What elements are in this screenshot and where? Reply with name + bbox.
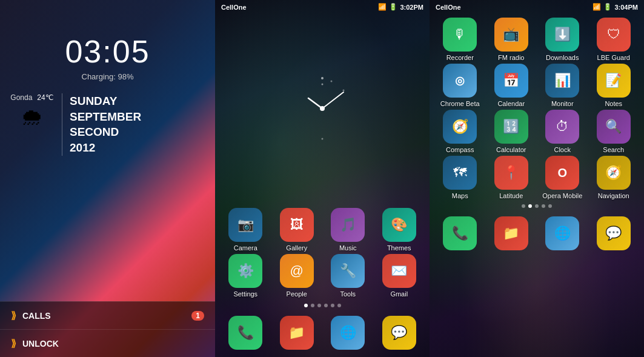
files-icon: 📁: [288, 325, 305, 341]
app-recorder[interactable]: 🎙 Recorder: [437, 18, 483, 61]
drawer-row3: 🧭 Compass 🔢 Calculator ⏱ Clock 🔍 Search: [430, 108, 644, 155]
compass-label: Compass: [446, 146, 474, 153]
app-settings[interactable]: ⚙️ Settings: [222, 254, 269, 298]
maps-icon: 🗺: [453, 165, 466, 181]
compass-icon: 🧭: [452, 119, 468, 135]
dot-5: [331, 304, 334, 307]
dot-2: [311, 304, 314, 307]
svg-line-5: [308, 98, 322, 108]
drawer-dock-messages[interactable]: 💬: [591, 216, 637, 250]
svg-point-3: [343, 90, 345, 92]
app-notes[interactable]: 📝 Notes: [591, 64, 637, 107]
drawer-dot-5: [548, 204, 552, 208]
app-clock[interactable]: ⏱ Clock: [539, 110, 586, 153]
lock-charging: Charging: 98%: [0, 72, 215, 81]
drawer-files-icon: 📁: [503, 225, 519, 241]
dock-files[interactable]: 📁: [274, 316, 320, 350]
gmail-icon: ✉️: [391, 263, 407, 279]
dot-4: [324, 304, 328, 307]
svg-point-1: [322, 84, 324, 85]
app-search[interactable]: 🔍 Search: [591, 110, 637, 153]
drawer-carrier: CellOne: [436, 4, 461, 11]
notes-label: Notes: [605, 100, 622, 107]
app-maps[interactable]: 🗺 Maps: [437, 156, 483, 199]
home-apps-row2: ⚙️ Settings @ People 🔧 Tools ✉️ Gmail: [215, 252, 430, 300]
lock-city: Gonda: [10, 93, 32, 102]
drawer-dock-files[interactable]: 📁: [488, 216, 535, 250]
latitude-icon: 📍: [503, 165, 519, 181]
app-tools[interactable]: 🔧 Tools: [325, 254, 371, 298]
downloads-label: Downloads: [546, 54, 579, 61]
tools-icon: 🔧: [340, 263, 356, 279]
lock-date-year: 2012: [70, 140, 141, 156]
music-icon: 🎵: [340, 217, 356, 233]
app-monitor[interactable]: 📊 Monitor: [539, 64, 586, 107]
app-people[interactable]: @ People: [274, 254, 320, 298]
music-label: Music: [339, 244, 357, 252]
clock-widget: [215, 14, 430, 203]
drawer-time: 3:04PM: [614, 4, 638, 11]
svg-point-0: [321, 77, 324, 79]
app-fmradio[interactable]: 📺 FM radio: [488, 18, 535, 61]
drawer-dock-phone[interactable]: 📞: [437, 216, 483, 250]
app-music[interactable]: 🎵 Music: [325, 208, 371, 252]
svg-line-6: [322, 92, 344, 108]
drawer-phone-icon: 📞: [452, 225, 468, 241]
dock-messages[interactable]: 💬: [376, 316, 423, 350]
app-chrome-beta[interactable]: ◎ Chrome Beta: [437, 64, 483, 107]
drawer-status-bar: CellOne 📶 🔋 3:04PM: [430, 0, 644, 14]
calls-label: CALLS: [22, 311, 51, 321]
drawer-row2: ◎ Chrome Beta 📅 Calendar 📊 Monitor 📝 Not…: [430, 62, 644, 108]
navigation-label: Navigation: [598, 192, 629, 199]
drawer-row4: 🗺 Maps 📍 Latitude O Opera Mobile 🧭 Navig…: [430, 155, 644, 201]
app-compass[interactable]: 🧭 Compass: [437, 110, 483, 153]
home-carrier: CellOne: [221, 4, 247, 11]
dock-browser[interactable]: 🌐: [325, 316, 371, 350]
app-opera[interactable]: O Opera Mobile: [539, 156, 586, 199]
home-screen: CellOne 📶 🔋 3:02PM 📷 Camera: [215, 0, 430, 357]
app-navigation[interactable]: 🧭 Navigation: [591, 156, 637, 199]
calculator-label: Calculator: [496, 146, 526, 153]
drawer-globe-icon: 🌐: [554, 225, 571, 241]
fmradio-label: FM radio: [498, 54, 524, 61]
lock-calls-button[interactable]: ⟫ CALLS 1: [0, 301, 215, 329]
maps-label: Maps: [452, 192, 468, 199]
calls-badge: 1: [191, 311, 204, 321]
svg-point-7: [320, 106, 325, 111]
search-icon: 🔍: [605, 119, 622, 135]
app-calculator[interactable]: 🔢 Calculator: [488, 110, 535, 153]
home-signal-icon: 📶: [378, 3, 387, 11]
lock-screen: 03:05 Charging: 98% Gonda 24℃ 🌧 SUNDAY S…: [0, 0, 215, 357]
drawer-dock-browser[interactable]: 🌐: [539, 216, 586, 250]
chrome-icon: ◎: [455, 74, 465, 87]
search-label: Search: [603, 146, 624, 153]
monitor-label: Monitor: [551, 100, 574, 107]
people-label: People: [287, 290, 307, 298]
app-themes[interactable]: 🎨 Themes: [376, 208, 423, 252]
drawer-messages-icon: 💬: [605, 225, 622, 241]
home-battery-icon: 🔋: [389, 3, 397, 11]
monitor-icon: 📊: [554, 73, 571, 88]
chrome-label: Chrome Beta: [440, 100, 480, 107]
drawer-row1: 🎙 Recorder 📺 FM radio ⬇️ Downloads 🛡 LBE…: [430, 14, 644, 62]
app-camera[interactable]: 📷 Camera: [222, 208, 269, 252]
app-gallery[interactable]: 🖼 Gallery: [274, 208, 320, 252]
app-latitude[interactable]: 📍 Latitude: [488, 156, 535, 199]
downloads-icon: ⬇️: [554, 27, 571, 42]
calls-arrow-icon: ⟫: [11, 310, 16, 321]
calendar-label: Calendar: [497, 100, 525, 107]
recorder-icon: 🎙: [453, 27, 466, 42]
drawer-signal-icon: 📶: [593, 3, 601, 11]
app-gmail[interactable]: ✉️ Gmail: [376, 254, 423, 298]
dot-3: [317, 304, 321, 307]
gmail-label: Gmail: [390, 290, 408, 298]
app-lbe[interactable]: 🛡 LBE Guard: [591, 18, 637, 61]
app-downloads[interactable]: ⬇️ Downloads: [539, 18, 586, 61]
app-calendar[interactable]: 📅 Calendar: [488, 64, 535, 107]
themes-icon: 🎨: [391, 217, 407, 233]
opera-label: Opera Mobile: [542, 192, 582, 199]
dot-6: [337, 304, 341, 307]
dock-phone[interactable]: 📞: [222, 316, 269, 350]
lock-unlock-button[interactable]: ⟫ UNLOCK: [0, 329, 215, 357]
gallery-label: Gallery: [286, 244, 307, 252]
